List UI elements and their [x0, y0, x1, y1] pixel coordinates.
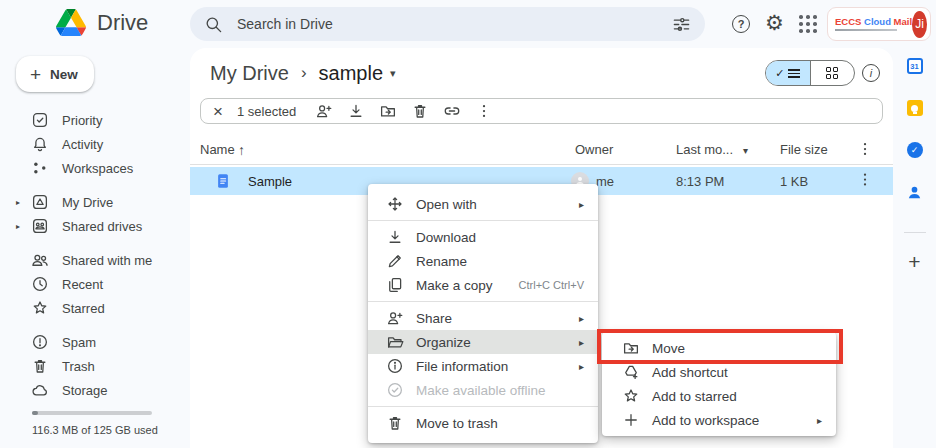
- sidebar-item-spam[interactable]: Spam: [0, 330, 190, 354]
- sidebar-item-shared-drives[interactable]: ▸ Shared drives: [0, 214, 190, 238]
- submenu-caret-icon: ▸: [579, 199, 584, 210]
- list-view-button[interactable]: ✓: [766, 61, 811, 85]
- file-name: Sample: [248, 174, 292, 189]
- sidebar-item-label: Starred: [62, 301, 105, 316]
- submenu-item-add-to-workspace[interactable]: Add to workspace ▸: [602, 408, 836, 432]
- share-button[interactable]: [308, 99, 340, 123]
- drive-logo-icon: [56, 9, 86, 36]
- person-add-icon: [315, 102, 333, 120]
- help-icon[interactable]: ?: [732, 15, 750, 33]
- menu-item-label: Make a copy: [416, 278, 507, 293]
- sidebar-item-recent[interactable]: Recent: [0, 272, 190, 296]
- trash-icon: [411, 102, 429, 120]
- keep-icon[interactable]: [907, 100, 923, 116]
- calendar-icon[interactable]: 31: [907, 58, 923, 74]
- sidebar-item-trash[interactable]: Trash: [0, 354, 190, 378]
- sidebar-item-shared-with-me[interactable]: Shared with me: [0, 248, 190, 272]
- menu-item-rename[interactable]: Rename: [368, 249, 598, 273]
- sort-ascending-icon[interactable]: ↑: [238, 142, 245, 158]
- workspaces-icon: [31, 159, 49, 177]
- account-badge[interactable]: ECCS Cloud Mail Ji: [827, 7, 931, 41]
- top-bar: Drive ? ⚙ ECCS Cloud Mail: [0, 0, 936, 48]
- apps-grid-icon[interactable]: [799, 15, 817, 33]
- breadcrumb-root[interactable]: My Drive: [210, 62, 289, 85]
- menu-item-download[interactable]: Download: [368, 225, 598, 249]
- info-glyph: i: [870, 67, 872, 79]
- sidebar-item-my-drive[interactable]: ▸ My Drive: [0, 190, 190, 214]
- move-button[interactable]: [372, 99, 404, 123]
- sidebar-group: ▸ My Drive ▸ Shared drives: [0, 190, 190, 238]
- copy-link-button[interactable]: [436, 99, 468, 123]
- sidebar-item-storage[interactable]: Storage: [0, 378, 190, 402]
- menu-item-move-to-trash[interactable]: Move to trash: [368, 411, 598, 435]
- get-addons-button[interactable]: +: [908, 250, 920, 274]
- spam-icon: [31, 333, 49, 351]
- submenu-item-move[interactable]: Move: [602, 336, 836, 360]
- menu-item-open-with[interactable]: Open with ▸: [368, 192, 598, 216]
- menu-item-label: Add to starred: [652, 389, 822, 404]
- column-header-size[interactable]: File size: [780, 142, 828, 157]
- grid-view-button[interactable]: [811, 61, 855, 85]
- details-info-icon[interactable]: i: [862, 64, 880, 82]
- folder-menu-caret-icon[interactable]: ▾: [390, 67, 396, 80]
- submenu-caret-icon: ▸: [579, 313, 584, 324]
- new-button[interactable]: + New: [16, 56, 94, 92]
- expand-caret-icon[interactable]: ▸: [16, 222, 20, 231]
- offline-check-icon: [386, 381, 404, 399]
- menu-item-make-a-copy[interactable]: Make a copy Ctrl+C Ctrl+V: [368, 273, 598, 297]
- user-avatar[interactable]: Ji: [912, 11, 927, 38]
- menu-item-label: Rename: [416, 254, 584, 269]
- priority-icon: [31, 111, 49, 129]
- more-actions-button[interactable]: [468, 99, 500, 123]
- file-size: 1 KB: [780, 174, 808, 189]
- download-button[interactable]: [340, 99, 372, 123]
- file-modified: 8:13 PM: [676, 174, 724, 189]
- menu-item-file-information[interactable]: File information ▸: [368, 354, 598, 378]
- people-icon: [31, 251, 49, 269]
- selection-actions: [308, 99, 500, 123]
- tasks-check: ✓: [911, 145, 919, 155]
- sidebar-item-label: My Drive: [62, 195, 113, 210]
- sidebar-item-label: Shared drives: [62, 219, 142, 234]
- contacts-icon[interactable]: [906, 184, 923, 205]
- tasks-icon[interactable]: ✓: [907, 142, 923, 158]
- sidebar-item-label: Shared with me: [62, 253, 152, 268]
- help-glyph: ?: [738, 18, 745, 30]
- menu-divider: [368, 406, 598, 407]
- drive-brand[interactable]: Drive: [56, 9, 148, 36]
- contacts-person-icon: [906, 184, 923, 201]
- breadcrumb-current[interactable]: sample: [319, 62, 383, 85]
- sidebar-item-starred[interactable]: Starred: [0, 296, 190, 320]
- menu-item-organize[interactable]: Organize ▸: [368, 330, 598, 354]
- search-filters-icon[interactable]: [672, 15, 691, 34]
- columns-menu-button[interactable]: [856, 140, 874, 161]
- settings-gear-icon[interactable]: ⚙: [765, 12, 784, 34]
- dots-vertical-icon: [475, 102, 493, 120]
- sidebar-item-workspaces[interactable]: Workspaces: [0, 156, 190, 180]
- sidebar-group: Spam Trash Storage: [0, 330, 190, 402]
- column-header-modified[interactable]: Last mo...: [676, 142, 733, 157]
- menu-item-share[interactable]: Share ▸: [368, 306, 598, 330]
- row-more-button[interactable]: [856, 171, 874, 192]
- sidebar-item-label: Recent: [62, 277, 103, 292]
- trash-icon: [386, 414, 404, 432]
- sidebar-item-label: Activity: [62, 137, 103, 152]
- expand-caret-icon[interactable]: ▸: [16, 198, 20, 207]
- shared-drives-icon: [31, 217, 49, 235]
- submenu-item-add-to-starred[interactable]: Add to starred: [602, 384, 836, 408]
- account-brand: ECCS Cloud Mail: [835, 17, 912, 31]
- column-header-owner[interactable]: Owner: [575, 142, 613, 157]
- trash-button[interactable]: [404, 99, 436, 123]
- search-input[interactable]: [235, 15, 660, 33]
- gear-glyph: ⚙: [765, 11, 784, 34]
- storage-progress-bar: [32, 411, 152, 415]
- search-bar[interactable]: [190, 7, 705, 41]
- sidebar-item-activity[interactable]: Activity: [0, 132, 190, 156]
- column-header-name[interactable]: Name: [200, 142, 235, 157]
- sidebar-item-priority[interactable]: Priority: [0, 108, 190, 132]
- submenu-caret-icon: ▸: [579, 337, 584, 348]
- submenu-item-add-shortcut[interactable]: Add shortcut: [602, 360, 836, 384]
- clear-selection-icon[interactable]: ×: [213, 103, 223, 120]
- download-icon: [347, 102, 365, 120]
- modified-caret-icon[interactable]: ▾: [743, 145, 748, 156]
